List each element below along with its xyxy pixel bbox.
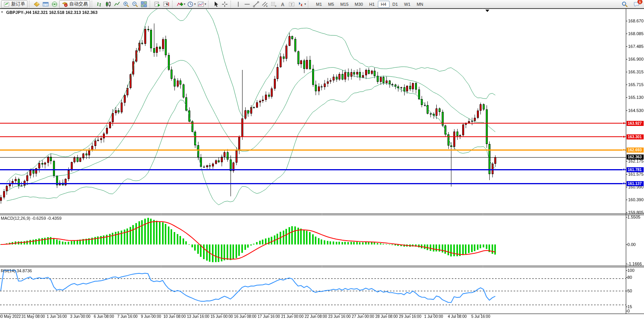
timeframe-h4[interactable]: H4 — [378, 1, 389, 8]
svg-text:T: T — [290, 2, 293, 6]
history-center-icon[interactable] — [32, 0, 41, 8]
new-order-button[interactable]: 新订单 — [1, 0, 27, 8]
bar-chart-icon[interactable] — [95, 0, 104, 8]
current-price-badge: 162.363 — [627, 154, 644, 160]
search-icon[interactable] — [620, 0, 629, 8]
timeframe-m1[interactable]: M1 — [313, 1, 325, 8]
chart-title-caret[interactable]: ▾ — [1, 10, 3, 14]
svg-text:A: A — [281, 2, 285, 7]
rsi-axis-label: 100 — [627, 268, 634, 273]
hline-axis-notch — [623, 122, 625, 124]
templates-dropdown-caret[interactable]: ▾ — [205, 2, 206, 6]
time-axis-label: 13 Jun 16:00 — [187, 314, 209, 319]
hline-axis-notch — [623, 182, 625, 185]
zoom-out-icon[interactable] — [131, 0, 139, 8]
chat-button[interactable]: 1 — [632, 0, 641, 8]
toolbar-separator — [172, 1, 174, 8]
auto-trading-button[interactable]: 自动交易 — [59, 0, 90, 8]
time-axis-label: 31 May 08:00 — [22, 314, 45, 319]
line-chart-icon[interactable] — [113, 0, 121, 8]
auto-trading-icon — [61, 0, 68, 8]
price-axis-label: 168.670 — [628, 19, 644, 23]
time-axis-label: 1 Jul 00:00 — [424, 314, 443, 319]
trendline-icon[interactable] — [252, 0, 260, 8]
svg-text:E: E — [266, 5, 268, 7]
price-axis-label: 165.130 — [628, 95, 644, 100]
time-axis-label: 30 May 2022 — [0, 314, 21, 319]
periods-clock-icon[interactable] — [186, 0, 195, 8]
zoom-in-icon[interactable] — [122, 0, 130, 8]
timeframe-d1[interactable]: D1 — [389, 1, 401, 8]
time-axis-label: 29 Jun 16:00 — [399, 314, 421, 319]
market-watch-icon[interactable] — [41, 0, 50, 8]
macd-axis-label: -1.1666 — [627, 261, 642, 266]
time-axis-label: 3 Jun 00:00 — [70, 314, 91, 319]
arrows-icon[interactable] — [296, 0, 305, 8]
auto-trading-label: 自动交易 — [69, 1, 88, 7]
toolbar-right-group: 1 — [620, 0, 641, 8]
horizontal-line-icon[interactable] — [243, 0, 251, 8]
chart-shift-marker[interactable] — [485, 10, 489, 12]
price-axis-label: 166.315 — [628, 70, 644, 74]
toolbar-separator — [208, 1, 210, 8]
fibonacci-icon[interactable]: F — [270, 0, 278, 8]
chart-title: GBPJPY-,H4 162.321 162.518 162.313 162.3… — [6, 10, 97, 15]
rsi-axis-label: 80 — [627, 275, 632, 280]
cursor-icon[interactable] — [212, 0, 220, 8]
arrows-dropdown-caret[interactable]: ▾ — [304, 2, 306, 6]
svg-text:F: F — [275, 5, 277, 7]
candlestick-chart-icon[interactable] — [104, 0, 113, 8]
auto-scroll-icon[interactable] — [153, 0, 162, 8]
time-axis-label: 27 Jun 00:00 — [352, 314, 374, 319]
price-axis-label: 159.805 — [628, 210, 644, 215]
indicators-icon[interactable] — [176, 0, 184, 8]
toolbar-separator — [308, 1, 310, 8]
text-icon[interactable]: A — [278, 0, 287, 8]
toolbar: 新订单 自动交易 ▾ ▾ — [0, 0, 644, 8]
chart-shift-icon[interactable] — [162, 0, 171, 8]
timeframe-w1[interactable]: W1 — [401, 1, 414, 8]
tile-windows-icon[interactable] — [140, 0, 148, 8]
periods-dropdown-caret[interactable]: ▾ — [194, 2, 196, 6]
chart-window: ▾ GBPJPY-,H4 162.321 162.518 162.313 162… — [0, 8, 644, 319]
hline-axis-notch — [623, 136, 625, 138]
toolbar-separator — [231, 1, 232, 8]
timeframe-m30[interactable]: M30 — [352, 1, 366, 8]
timeframe-mn[interactable]: MN — [413, 1, 426, 8]
time-axis-label: 7 Jun 16:00 — [117, 314, 137, 319]
templates-icon[interactable] — [196, 0, 205, 8]
time-axis-label: 21 Jun 00:00 — [281, 314, 304, 319]
signals-icon[interactable] — [50, 0, 59, 8]
time-axis-label: 17 Jun 16:00 — [258, 314, 280, 319]
rsi-axis-label: 50 — [627, 288, 632, 293]
equidistant-channel-icon[interactable]: E — [261, 0, 269, 8]
price-axis-label: 168.085 — [628, 31, 644, 36]
time-axis-label: 6 Jun 08:00 — [94, 314, 114, 319]
new-order-icon — [3, 0, 10, 8]
hline-price-badge: 161.781 — [627, 167, 644, 172]
macd-axis-label: 1.5505 — [627, 215, 641, 219]
time-axis-label: 16 Jun 08:00 — [234, 314, 256, 319]
notification-badge: 1 — [637, 0, 642, 4]
hline-price-badge: 163.927 — [627, 121, 644, 126]
price-axis-label: 161.575 — [628, 172, 644, 176]
timeframe-h1[interactable]: H1 — [366, 1, 378, 8]
hline-price-badge: 163.301 — [627, 134, 644, 139]
timeframe-m5[interactable]: M5 — [325, 1, 337, 8]
hline-axis-notch — [623, 149, 625, 151]
chart-canvas[interactable] — [0, 8, 644, 319]
vertical-line-icon[interactable] — [234, 0, 243, 8]
text-label-icon[interactable]: T — [287, 0, 296, 8]
toolbar-separator — [150, 1, 152, 8]
hline-price-badge: 161.137 — [627, 181, 644, 186]
timeframe-m15[interactable]: M15 — [337, 1, 352, 8]
indicators-dropdown-caret[interactable]: ▾ — [184, 2, 185, 6]
time-axis-label: 22 Jun 08:00 — [305, 314, 327, 319]
time-axis-label: 1 Jun 16:00 — [47, 314, 67, 319]
toolbar-separator — [29, 1, 31, 8]
toolbar-separator — [92, 1, 94, 8]
timeframe-group: M1M5M15M30H1H4D1W1MN — [313, 1, 426, 8]
crosshair-icon[interactable] — [220, 0, 229, 8]
time-axis-label: 5 Jul 16:00 — [471, 314, 490, 319]
price-axis-label: 165.715 — [628, 82, 644, 87]
